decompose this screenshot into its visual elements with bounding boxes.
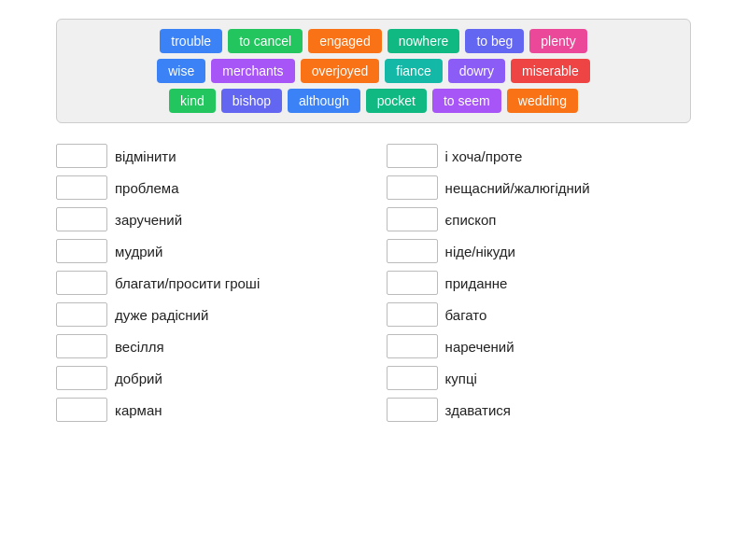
match-item: багато [387, 301, 691, 329]
match-item: добрий [56, 364, 360, 392]
match-label: наречений [445, 339, 514, 355]
answer-box[interactable] [56, 302, 107, 327]
match-item: весілля [56, 332, 360, 360]
answer-box[interactable] [56, 207, 107, 231]
match-label: карман [115, 402, 162, 418]
match-label: єпископ [445, 212, 497, 228]
match-item: заручений [56, 205, 360, 233]
word-chip[interactable]: to seem [432, 89, 501, 113]
answer-box[interactable] [387, 239, 438, 263]
answer-box[interactable] [56, 398, 107, 422]
word-chip[interactable]: bishop [221, 89, 282, 113]
word-chip[interactable]: merchants [211, 59, 294, 83]
match-label: проблема [115, 180, 178, 196]
word-bank-row: kindbishopalthoughpocketto seemwedding [68, 89, 679, 113]
match-label: весілля [115, 339, 164, 355]
match-item: приданне [387, 269, 691, 297]
match-label: відмінити [115, 148, 176, 164]
word-chip[interactable]: pocket [366, 89, 427, 113]
match-label: багато [445, 307, 487, 323]
match-label: приданне [445, 275, 508, 291]
match-label: дуже радісний [115, 307, 208, 323]
answer-box[interactable] [387, 366, 438, 390]
match-item: єпископ [387, 205, 691, 233]
word-bank-row: troubleto cancelengagednowhereto begplen… [68, 29, 679, 53]
match-label: заручений [115, 212, 182, 228]
word-chip[interactable]: although [288, 89, 360, 113]
match-label: мудрий [115, 244, 162, 259]
word-chip[interactable]: to cancel [228, 29, 303, 53]
word-bank-row: wisemerchantsoverjoyedfiancedowrymiserab… [68, 59, 679, 83]
answer-box[interactable] [387, 302, 438, 327]
answer-box[interactable] [56, 334, 107, 358]
word-chip[interactable]: kind [169, 89, 216, 113]
match-label: благати/просити гроші [115, 275, 260, 291]
match-item: наречений [387, 332, 691, 360]
word-chip[interactable]: fiance [385, 59, 442, 83]
answer-box[interactable] [387, 271, 438, 295]
word-chip[interactable]: dowry [448, 59, 505, 83]
word-chip[interactable]: wedding [507, 89, 578, 113]
match-item: дуже радісний [56, 301, 360, 329]
match-item: і хоча/проте [387, 142, 691, 170]
answer-box[interactable] [387, 207, 438, 231]
left-column: відмінитипроблемазаручениймудрийблагати/… [56, 142, 360, 424]
match-label: купці [445, 371, 477, 386]
match-label: здаватися [445, 402, 511, 418]
match-item: ніде/нікуди [387, 237, 691, 265]
word-chip[interactable]: to beg [465, 29, 524, 53]
match-item: здаватися [387, 396, 691, 424]
match-label: ніде/нікуди [445, 244, 515, 259]
word-chip[interactable]: overjoyed [301, 59, 380, 83]
match-item: благати/просити гроші [56, 269, 360, 297]
match-item: купці [387, 364, 691, 392]
answer-box[interactable] [387, 398, 438, 422]
match-label: нещасний/жалюгідний [445, 180, 590, 196]
word-chip[interactable]: miserable [511, 59, 590, 83]
match-item: проблема [56, 174, 360, 202]
match-item: відмінити [56, 142, 360, 170]
word-chip[interactable]: engaged [308, 29, 382, 53]
word-chip[interactable]: wise [157, 59, 205, 83]
answer-box[interactable] [56, 144, 107, 168]
answer-box[interactable] [387, 144, 438, 168]
answer-box[interactable] [56, 239, 107, 263]
right-column: і хоча/протенещасний/жалюгіднийєпископні… [387, 142, 691, 424]
match-area: відмінитипроблемазаручениймудрийблагати/… [56, 142, 691, 424]
match-item: карман [56, 396, 360, 424]
match-item: мудрий [56, 237, 360, 265]
word-chip[interactable]: trouble [160, 29, 222, 53]
answer-box[interactable] [56, 175, 107, 200]
answer-box[interactable] [387, 175, 438, 200]
match-label: добрий [115, 371, 162, 386]
match-label: і хоча/проте [445, 148, 523, 164]
word-chip[interactable]: nowhere [388, 29, 460, 53]
word-bank: troubleto cancelengagednowhereto begplen… [56, 19, 691, 123]
answer-box[interactable] [387, 334, 438, 358]
answer-box[interactable] [56, 366, 107, 390]
match-item: нещасний/жалюгідний [387, 174, 691, 202]
word-chip[interactable]: plenty [529, 29, 586, 53]
answer-box[interactable] [56, 271, 107, 295]
